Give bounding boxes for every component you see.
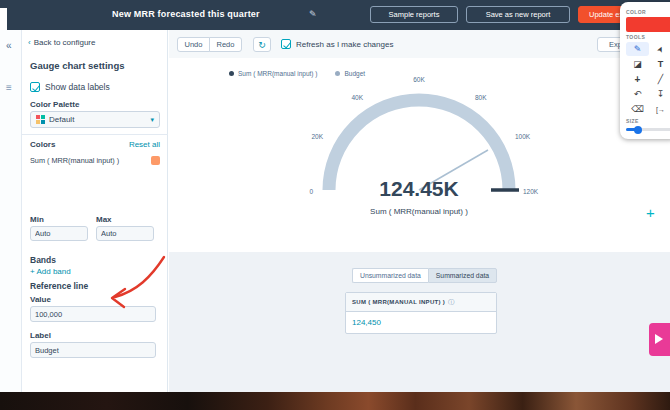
size-section-label: SIZE — [626, 118, 670, 124]
add-band-link[interactable]: + Add band — [30, 267, 71, 276]
size-slider-knob[interactable] — [634, 126, 642, 134]
tick-label: 0 — [309, 188, 313, 195]
sample-reports-button[interactable]: Sample reports — [370, 6, 458, 23]
main-canvas: Undo Redo ↻ Refresh as I make changes Ex… — [169, 30, 670, 392]
tick-label: 60K — [413, 76, 425, 83]
tick-label: 100K — [515, 133, 531, 140]
max-input[interactable] — [96, 226, 154, 241]
refresh-checkbox-label: Refresh as I make changes — [296, 40, 393, 49]
chevron-down-icon: ▾ — [150, 116, 154, 124]
tick-label: 120K — [523, 188, 539, 195]
tab-unsummarized-data[interactable]: Unsummarized data — [352, 268, 428, 283]
tool-grid: ✎ ➤ ◪ T + ╱ ↶ ↧ ⌫ [→ — [626, 42, 670, 116]
move-icon[interactable]: + — [626, 72, 649, 86]
tools-section-label: TOOLS — [626, 34, 670, 40]
back-link-label: Back to configure — [34, 38, 96, 47]
gauge-value: 124.45K — [379, 177, 458, 200]
report-builder-screen: New MRR forecasted this quarter ✎ Sample… — [0, 0, 670, 410]
table-value-cell[interactable]: 124,450 — [346, 312, 496, 333]
annotation-extension-handle[interactable] — [649, 323, 670, 356]
data-tabs: Unsummarized data Summarized data — [352, 268, 497, 283]
summary-table: SUM ( MRR(MANUAL INPUT) ) ⓘ 124,450 — [345, 292, 497, 334]
eraser-icon[interactable]: ◪ — [626, 57, 649, 71]
show-data-labels-row: Show data labels — [30, 82, 110, 92]
divider — [22, 134, 168, 135]
tick-label: 80K — [475, 94, 487, 101]
add-annotation-button[interactable]: + — [646, 204, 655, 221]
max-label: Max — [96, 215, 112, 224]
series-name-label: Sum ( MRR(manual input) ) — [30, 156, 119, 165]
colors-label: Colors — [30, 140, 55, 149]
current-color-swatch[interactable] — [626, 17, 670, 32]
refresh-as-i-make-changes-row: Refresh as I make changes — [281, 39, 393, 49]
top-navbar: New MRR forecasted this quarter ✎ Sample… — [7, 0, 670, 30]
series-color-row: Sum ( MRR(manual input) ) — [30, 156, 160, 165]
tick-label: 40K — [351, 94, 363, 101]
trash-icon[interactable]: ⌫ — [626, 102, 649, 116]
left-rail: « ≡ — [0, 30, 22, 392]
exit-icon[interactable]: [→ — [649, 102, 670, 116]
download-icon[interactable]: ↧ — [649, 87, 670, 101]
show-data-labels-label: Show data labels — [45, 82, 110, 92]
tab-summarized-data[interactable]: Summarized data — [428, 268, 497, 283]
table-header-row[interactable]: SUM ( MRR(MANUAL INPUT) ) ⓘ — [346, 293, 496, 312]
edit-title-icon[interactable]: ✎ — [309, 9, 317, 19]
legend-dot-icon — [229, 71, 234, 76]
colors-row: Colors Reset all — [30, 140, 160, 149]
annotation-toolbar: COLOR TOOLS ✎ ➤ ◪ T + ╱ ↶ ↧ ⌫ [→ SIZE — [620, 2, 670, 139]
settings-sidebar: ‹Back to configure Gauge chart settings … — [22, 30, 168, 392]
cursor-icon[interactable]: ➤ — [649, 42, 670, 56]
gauge-series-label: Sum ( MRR(manual input) ) — [370, 207, 468, 216]
reference-line-label: Reference line — [30, 281, 88, 291]
menu-icon[interactable]: ≡ — [6, 82, 12, 93]
min-input[interactable] — [30, 226, 88, 241]
color-section-label: COLOR — [626, 9, 670, 15]
report-title: New MRR forecasted this quarter — [112, 9, 260, 19]
gauge-chart: 0 20K 40K 60K 80K 100K 120K 124.45K Sum … — [279, 60, 559, 230]
undo-icon[interactable]: ↶ — [626, 87, 649, 101]
info-icon[interactable]: ⓘ — [448, 298, 455, 307]
collapse-sidebar-icon[interactable]: « — [6, 40, 12, 51]
save-as-new-report-button[interactable]: Save as new report — [466, 6, 570, 23]
show-data-labels-checkbox[interactable] — [30, 82, 40, 92]
refresh-checkbox[interactable] — [281, 39, 291, 49]
color-palette-value: Default — [49, 115, 74, 124]
reference-label-input[interactable] — [30, 342, 156, 358]
value-label: Value — [30, 295, 51, 304]
corner-chip — [0, 0, 7, 8]
back-chevron-icon: ‹ — [28, 38, 31, 47]
series-color-swatch[interactable] — [151, 156, 160, 165]
tick-label: 20K — [311, 133, 323, 140]
pen-icon[interactable]: ✎ — [626, 42, 649, 56]
undo-button[interactable]: Undo — [177, 37, 210, 52]
line-tool-icon[interactable]: ╱ — [649, 72, 670, 86]
text-tool-icon[interactable]: T — [649, 57, 670, 71]
refresh-icon[interactable]: ↻ — [253, 37, 271, 52]
bands-label: Bands — [30, 255, 56, 265]
reference-value-input[interactable] — [30, 306, 156, 322]
table-header-label: SUM ( MRR(MANUAL INPUT) ) — [352, 299, 445, 305]
color-palette-select[interactable]: Default ▾ — [30, 111, 160, 128]
back-to-configure-link[interactable]: ‹Back to configure — [28, 38, 95, 47]
desktop-wallpaper — [0, 392, 670, 410]
redo-button[interactable]: Redo — [209, 37, 242, 52]
color-palette-label: Color Palette — [30, 100, 79, 109]
settings-title: Gauge chart settings — [30, 60, 125, 71]
palette-icon — [36, 115, 45, 124]
size-slider[interactable] — [626, 128, 670, 131]
reset-all-link[interactable]: Reset all — [129, 140, 160, 149]
label-label: Label — [30, 331, 51, 340]
min-label: Min — [30, 215, 44, 224]
